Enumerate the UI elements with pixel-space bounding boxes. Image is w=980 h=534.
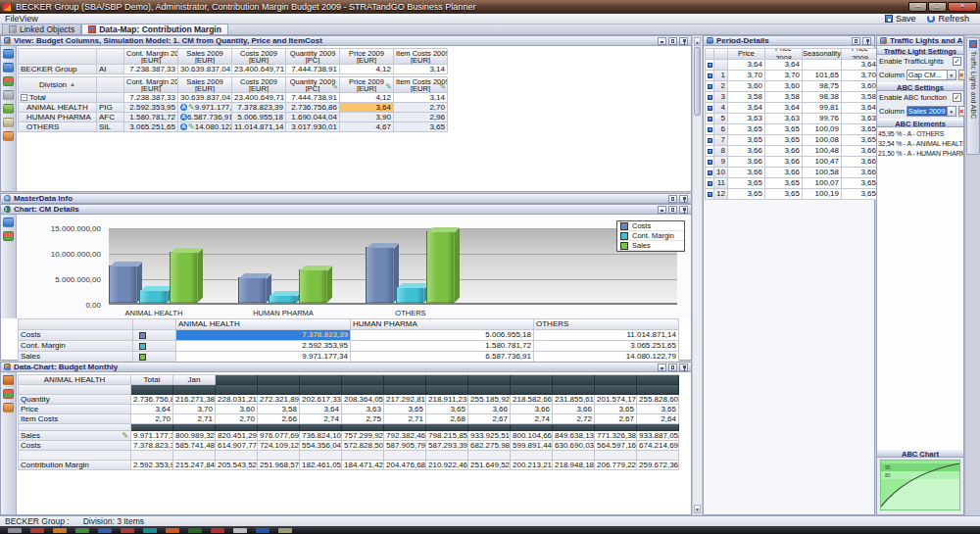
row-label[interactable]: Costs bbox=[19, 330, 133, 341]
cell[interactable]: 100,48 bbox=[803, 146, 842, 157]
row-number[interactable]: 9 bbox=[714, 157, 728, 168]
menu-view[interactable]: View bbox=[20, 14, 38, 24]
panel-maximize-icon[interactable] bbox=[668, 206, 677, 214]
cell[interactable]: 3,66 bbox=[765, 146, 803, 157]
cell[interactable]: 3,65 bbox=[765, 124, 803, 135]
row-number[interactable]: 11 bbox=[714, 178, 728, 189]
cell[interactable]: 3,65 bbox=[765, 189, 803, 200]
taskbar-app-icon[interactable] bbox=[30, 528, 44, 533]
cell[interactable]: 3,58 bbox=[258, 405, 300, 414]
pin-icon[interactable] bbox=[862, 37, 871, 45]
cell[interactable]: 2,64 bbox=[637, 414, 679, 424]
cell[interactable]: 3,63 bbox=[342, 405, 384, 414]
cell[interactable]: 7.378.823,39 bbox=[176, 330, 351, 341]
row-number[interactable]: 6 bbox=[714, 124, 728, 135]
tab-data-map-contribution-margin[interactable]: Data-Map: Contribution Margin bbox=[81, 24, 228, 34]
abc-column-value[interactable]: Sales 2009 bbox=[906, 106, 948, 117]
column-header-human-pharma[interactable]: HUMAN PHARMA bbox=[351, 319, 534, 330]
taskbar-app-icon[interactable] bbox=[188, 528, 202, 533]
cell[interactable]: 255.828,60 bbox=[637, 395, 679, 405]
cell[interactable]: 4,12 bbox=[340, 93, 394, 103]
cell[interactable]: 98,75 bbox=[803, 81, 842, 92]
row-label[interactable]: Contribution Margin bbox=[19, 461, 131, 470]
cell[interactable]: 3,65 bbox=[426, 405, 468, 414]
cell[interactable]: 3,63 bbox=[842, 114, 879, 124]
cell[interactable]: 933.887,05 bbox=[637, 431, 679, 441]
column-header-empty[interactable] bbox=[300, 375, 342, 385]
column-header-saved-price-2009[interactable]: Saved Price 2009 bbox=[728, 49, 765, 60]
cell[interactable]: 736.824,10 bbox=[300, 431, 342, 441]
column-header-animal-health[interactable]: ANIMAL HEALTH bbox=[176, 319, 351, 330]
cell[interactable]: 800.104,66 bbox=[511, 431, 553, 441]
row-number[interactable]: 8 bbox=[714, 146, 728, 157]
cell[interactable]: 3,64 bbox=[300, 405, 342, 414]
cell[interactable]: 2,75 bbox=[342, 414, 384, 424]
cell[interactable]: 3,65 bbox=[765, 178, 803, 189]
pin-icon[interactable] bbox=[679, 37, 688, 45]
column-header-empty[interactable] bbox=[595, 375, 637, 385]
cell[interactable]: 800.989,32 bbox=[173, 431, 216, 441]
cell[interactable]: 204.476,68 bbox=[384, 461, 426, 470]
cell[interactable]: 3,66 bbox=[728, 146, 765, 157]
cell[interactable]: 100,09 bbox=[803, 124, 842, 135]
cell[interactable]: 2,67 bbox=[595, 414, 637, 424]
cell[interactable]: 98,38 bbox=[803, 92, 842, 103]
column-header-empty[interactable] bbox=[216, 375, 258, 385]
cell[interactable]: 792.382,46 bbox=[384, 431, 426, 441]
cell[interactable]: 2.592.353,95 bbox=[131, 461, 173, 470]
taskbar-app-icon[interactable] bbox=[278, 528, 292, 533]
cell[interactable]: 200.213,21 bbox=[511, 461, 553, 470]
cell[interactable]: 3,65 bbox=[842, 135, 879, 146]
cell[interactable]: 210.922,46 bbox=[426, 461, 468, 470]
panel-maximize-icon[interactable] bbox=[668, 37, 677, 45]
row-number[interactable]: 5 bbox=[714, 114, 728, 124]
column-header-price-2008[interactable]: Price 2008 bbox=[765, 49, 803, 60]
cell[interactable]: 30.639.837,04 bbox=[178, 93, 232, 103]
taskbar-app-icon[interactable] bbox=[256, 528, 270, 533]
cell[interactable]: 614.907,77 bbox=[216, 441, 258, 451]
cell[interactable]: 3,66 bbox=[842, 146, 879, 157]
save-button[interactable]: Save bbox=[885, 14, 916, 24]
close-button[interactable]: × bbox=[948, 2, 977, 12]
column-header-item-costs-2009[interactable]: Item Costs 2009[EUR]✎ bbox=[394, 77, 448, 93]
cell[interactable]: 554.356,04 bbox=[300, 441, 342, 451]
cell[interactable]: 3,65 bbox=[728, 135, 765, 146]
column-header-jan[interactable]: Jan bbox=[173, 375, 216, 385]
cell[interactable]: 218.582,66 bbox=[511, 395, 553, 405]
cell[interactable]: 3,65 bbox=[394, 122, 448, 132]
disk-icon[interactable] bbox=[3, 63, 14, 73]
traffic-column-dropdown[interactable]: Gap CM... ▼ bbox=[906, 70, 956, 80]
leaf-icon[interactable] bbox=[3, 104, 14, 114]
row-label-group[interactable]: BECKER Group bbox=[19, 65, 97, 74]
row-number[interactable]: 3 bbox=[714, 92, 728, 103]
vertical-scrollbar[interactable]: ▲ ▼ bbox=[692, 35, 703, 515]
cell[interactable]: 3,60 bbox=[216, 405, 258, 414]
cell[interactable]: 3.065.251,65 bbox=[124, 122, 178, 132]
cell[interactable]: 23.400.649,71 bbox=[232, 93, 286, 103]
cell[interactable]: 3,60 bbox=[842, 81, 879, 92]
cell[interactable]: 259.672,36 bbox=[637, 461, 679, 470]
collapse-icon[interactable]: − bbox=[21, 94, 27, 101]
cell[interactable]: 933.925,51 bbox=[468, 431, 511, 441]
cell[interactable]: 100,08 bbox=[803, 135, 842, 146]
cell[interactable]: 272.321,89 bbox=[258, 395, 300, 405]
cell[interactable]: 3,64 bbox=[765, 60, 803, 71]
bar-sales-others[interactable] bbox=[426, 231, 455, 303]
cell[interactable]: 3,58 bbox=[765, 92, 803, 103]
cell[interactable]: 3,64 bbox=[842, 60, 879, 71]
row-label[interactable]: Costs bbox=[19, 441, 131, 451]
cell[interactable]: 3,65 bbox=[765, 135, 803, 146]
row-label[interactable]: Sales✎ bbox=[19, 431, 131, 441]
row-label[interactable]: −Total bbox=[19, 93, 97, 103]
cell[interactable]: 2,74 bbox=[300, 414, 342, 424]
chevron-down-icon[interactable]: ▼ bbox=[948, 106, 956, 117]
cell[interactable]: 7.378.823,39 bbox=[131, 441, 173, 451]
column-header-cont-margin-2009[interactable]: Cont. Margin 2009[EUR] bbox=[124, 49, 178, 65]
cell[interactable]: 2,70 bbox=[394, 103, 448, 113]
cell[interactable]: 682.275,98 bbox=[468, 441, 511, 451]
cell[interactable]: 9.971.177,34 bbox=[131, 431, 173, 441]
cell[interactable] bbox=[803, 60, 842, 71]
cell[interactable]: 201.574,17 bbox=[595, 395, 637, 405]
column-header-empty[interactable] bbox=[511, 375, 553, 385]
cell[interactable]: 2,72 bbox=[553, 414, 595, 424]
